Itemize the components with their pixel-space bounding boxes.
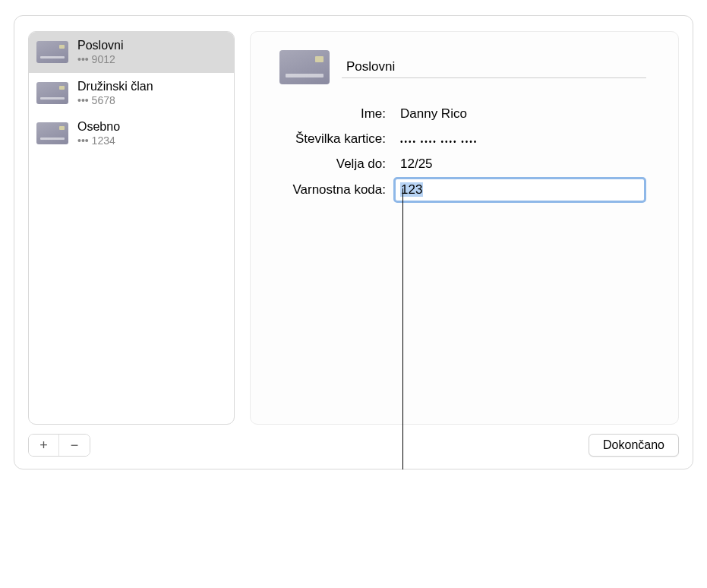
- card-title-input[interactable]: [342, 56, 646, 78]
- sidebar-item-osebno[interactable]: Osebno ••• 1234: [29, 113, 234, 154]
- sidebar-item-label: Osebno: [77, 119, 120, 134]
- sidebar-item-druzinski[interactable]: Družinski član ••• 5678: [29, 73, 234, 114]
- sidebar-item-number: ••• 1234: [77, 134, 120, 148]
- add-button[interactable]: +: [29, 435, 59, 456]
- name-label: Ime:: [269, 102, 386, 126]
- plus-icon: +: [39, 438, 48, 453]
- add-remove-group: + −: [28, 434, 90, 457]
- expiry-label: Velja do:: [269, 152, 386, 176]
- security-code-value: 123: [400, 182, 423, 197]
- sidebar-item-number: ••• 9012: [77, 53, 123, 67]
- credit-card-icon: [279, 50, 330, 84]
- content-row: Poslovni ••• 9012 Družinski član ••• 567…: [28, 31, 679, 425]
- callout-line: [402, 188, 403, 469]
- bottom-row: + − Dokončano: [28, 434, 679, 457]
- cardnumber-label: Številka kartice:: [269, 127, 386, 151]
- card-detail-panel: Ime: Danny Rico Številka kartice: •••• •…: [250, 31, 679, 425]
- payment-cards-window: Poslovni ••• 9012 Družinski član ••• 567…: [14, 15, 693, 469]
- cards-sidebar: Poslovni ••• 9012 Družinski član ••• 567…: [28, 31, 235, 425]
- sidebar-item-number: ••• 5678: [77, 94, 153, 108]
- remove-button[interactable]: −: [59, 435, 90, 456]
- sidebar-item-poslovni[interactable]: Poslovni ••• 9012: [29, 32, 234, 73]
- credit-card-icon: [36, 122, 68, 144]
- sidebar-item-label: Družinski član: [77, 79, 153, 94]
- minus-icon: −: [71, 438, 79, 453]
- name-field[interactable]: Danny Rico: [393, 101, 646, 127]
- credit-card-icon: [36, 82, 68, 104]
- security-label: Varnostna koda:: [269, 178, 386, 202]
- security-code-input[interactable]: 123: [393, 177, 646, 203]
- cardnumber-field[interactable]: •••• •••• •••• ••••: [393, 128, 646, 151]
- expiry-field[interactable]: 12/25: [393, 151, 646, 177]
- credit-card-icon: [36, 41, 68, 63]
- done-button[interactable]: Dokončano: [589, 434, 679, 457]
- sidebar-item-label: Poslovni: [77, 38, 123, 53]
- title-row: [279, 50, 646, 84]
